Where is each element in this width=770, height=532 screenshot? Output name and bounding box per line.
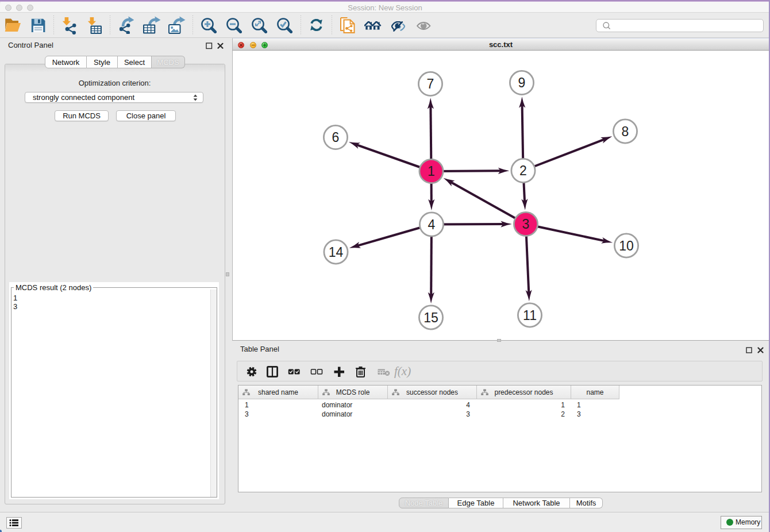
svg-text:11: 11 <box>523 308 537 323</box>
svg-text:1: 1 <box>428 164 435 179</box>
svg-text:10: 10 <box>619 238 634 253</box>
svg-text:3: 3 <box>522 217 530 232</box>
svg-text:9: 9 <box>518 75 526 90</box>
svg-text:2: 2 <box>519 163 527 178</box>
svg-text:4: 4 <box>428 217 436 232</box>
svg-text:15: 15 <box>424 310 438 325</box>
svg-text:8: 8 <box>622 124 629 139</box>
svg-text:14: 14 <box>329 245 344 260</box>
svg-text:6: 6 <box>332 130 340 145</box>
svg-text:7: 7 <box>427 76 434 91</box>
svg-text:f(x): f(x) <box>394 365 411 378</box>
